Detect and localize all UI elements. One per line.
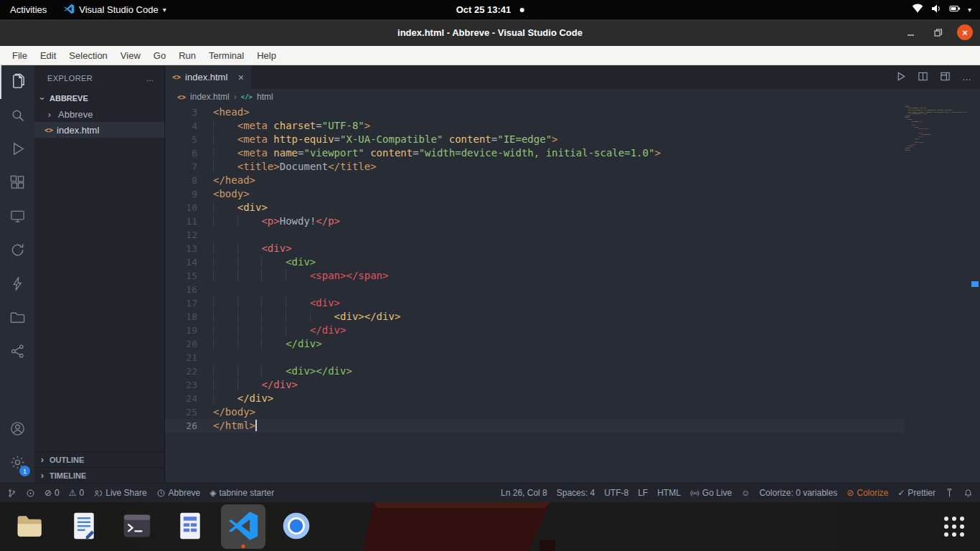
code-line-21[interactable]: 21 [165,351,980,364]
files-icon [15,510,47,544]
close-button[interactable]: × [957,24,973,40]
code-editor[interactable]: 3<head>4 <meta charset="UTF-8">5 <meta h… [165,105,980,483]
status-item-bell-icon[interactable] [963,489,973,498]
folder-activity-button[interactable] [0,301,34,335]
status-item-go-live[interactable]: Go Live [690,488,732,498]
code-line-14[interactable]: 14 <div> [165,255,980,269]
code-line-9[interactable]: 9<body> [165,187,980,201]
menu-selection[interactable]: Selection [62,47,113,64]
code-line-26[interactable]: 26</html> [165,419,980,433]
status-item-smiley-icon[interactable]: ☺ [741,488,750,498]
run-icon[interactable] [895,71,906,84]
status-item-circle-icon[interactable] [26,489,35,498]
tree-item-index-html[interactable]: <> index.html [34,122,164,138]
menu-edit[interactable]: Edit [34,47,62,64]
vertical-scrollbar[interactable] [970,105,980,483]
line-number: 26 [165,419,197,433]
status-item-prettier[interactable]: ✓Prettier [897,488,936,498]
timeline-panel-header[interactable]: › TIMELINE [34,467,164,483]
more-actions-icon[interactable]: … [962,72,971,83]
clock-menu[interactable]: Oct 25 13:41 [456,4,524,15]
menu-terminal[interactable]: Terminal [202,47,250,64]
more-actions-icon[interactable]: … [146,74,154,83]
status-item-live-share[interactable]: Live Share [93,488,146,498]
code-line-4[interactable]: 4 <meta charset="UTF-8"> [165,119,980,133]
code-line-16[interactable]: 16 [165,283,980,296]
workspace-section[interactable]: › ABBREVE [34,90,164,106]
code-line-3[interactable]: 3<head> [165,105,980,119]
settings-gear-activity-button[interactable]: 1 [0,446,34,480]
code-line-23[interactable]: 23 </div> [165,378,980,392]
line-content: <div></div> [213,364,980,378]
code-line-15[interactable]: 15 <span></span> [165,269,980,283]
breadcrumb-symbol[interactable]: html [257,92,273,102]
code-line-6[interactable]: 6 <meta name="viewport" content="width=d… [165,146,980,160]
search-activity-button[interactable] [0,99,34,133]
tab-index-html[interactable]: <> index.html × [165,65,251,89]
code-line-7[interactable]: 7 <title>Document</title> [165,160,980,174]
status-item-abbreve[interactable]: Abbreve [156,488,201,498]
sync-circle-activity-button[interactable] [0,234,34,268]
dock-browser[interactable] [274,504,319,549]
remote-explorer-activity-button[interactable] [0,200,34,234]
window-title-bar[interactable]: index.html - Abbreve - Visual Studio Cod… [0,19,980,46]
tree-item-abbreve-folder[interactable]: › Abbreve [34,106,164,122]
outline-panel-header[interactable]: › OUTLINE [34,451,164,467]
status-item-0[interactable]: ⚠0 [69,488,84,498]
code-line-20[interactable]: 20 </div> [165,337,980,351]
split-editor-icon[interactable] [918,71,928,84]
code-line-18[interactable]: 18 <div></div> [165,310,980,324]
layout-icon[interactable] [940,71,951,84]
status-item-ln-26-col-8[interactable]: Ln 26, Col 8 [501,488,547,498]
menu-view[interactable]: View [114,47,147,64]
dock-libreoffice-writer[interactable] [62,504,106,549]
code-line-12[interactable]: 12 [165,228,980,242]
status-item-colorize-0-variables[interactable]: Colorize: 0 variables [759,488,837,498]
status-item-antenna-icon[interactable] [945,489,954,498]
extensions-activity-button[interactable] [0,166,34,200]
code-line-13[interactable]: 13 <div> [165,242,980,255]
run-debug-activity-button[interactable] [0,133,34,166]
line-number: 14 [165,255,197,269]
lightning-activity-button[interactable] [0,268,34,301]
dock-vscode[interactable] [221,504,265,549]
menu-file[interactable]: File [6,47,34,64]
app-grid-icon[interactable] [944,517,964,537]
menu-go[interactable]: Go [147,47,172,64]
code-line-22[interactable]: 22 <div></div> [165,364,980,378]
breadcrumb-file[interactable]: index.html [190,92,230,102]
line-number: 25 [165,405,197,419]
status-item-label: UTF-8 [604,488,628,498]
status-item-lf[interactable]: LF [638,488,648,498]
status-item-0[interactable]: ⊘0 [44,488,60,498]
status-item-html[interactable]: HTML [657,488,681,498]
system-tray[interactable]: ▾ [912,3,980,17]
code-line-10[interactable]: 10 <div> [165,201,980,215]
code-line-19[interactable]: 19 </div> [165,324,980,337]
code-line-17[interactable]: 17 <div> [165,296,980,310]
status-item-tabnine-starter[interactable]: ◈tabnine starter [209,488,274,498]
account-activity-button[interactable] [0,413,34,446]
restore-button[interactable] [930,24,946,40]
code-line-8[interactable]: 8</head> [165,174,980,187]
menu-run[interactable]: Run [172,47,202,64]
minimap[interactable]: <head> <meta charset="UTF-8"> <meta http… [904,105,970,483]
status-item-spaces-4[interactable]: Spaces: 4 [557,488,595,498]
dock-terminal[interactable] [115,504,159,549]
app-indicator[interactable]: Visual Studio Code ▾ [64,4,166,17]
code-line-5[interactable]: 5 <meta http-equiv="X-UA-Compatible" con… [165,133,980,146]
code-line-25[interactable]: 25</body> [165,405,980,419]
explorer-activity-button[interactable] [0,65,34,99]
menu-help[interactable]: Help [250,47,283,64]
dock-libreoffice-calc[interactable] [168,504,212,549]
share-activity-button[interactable] [0,335,34,369]
status-item-colorize[interactable]: ⊘Colorize [847,488,888,498]
dock-files[interactable] [9,504,53,549]
activities-button[interactable]: Activities [7,3,50,17]
code-line-11[interactable]: 11 <p>Howdy!</p> [165,215,980,228]
minimize-button[interactable] [903,24,918,40]
close-tab-icon[interactable]: × [238,72,244,83]
status-item-branch-icon[interactable] [7,489,17,498]
code-line-24[interactable]: 24 </div> [165,392,980,405]
status-item-utf-8[interactable]: UTF-8 [604,488,628,498]
